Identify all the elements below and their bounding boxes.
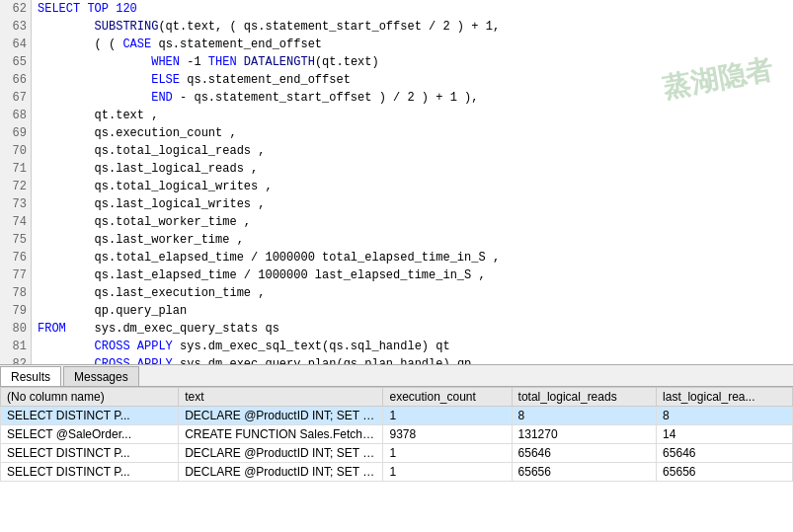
table-row[interactable]: SELECT DISTINCT P...DECLARE @ProductID I… <box>1 444 793 463</box>
code-line: qt.text , <box>38 107 787 124</box>
results-area: ResultsMessages (No column name)textexec… <box>0 365 793 532</box>
table-cell: 14 <box>657 425 793 444</box>
code-line: CROSS APPLY sys.dm_exec_sql_text(qs.sql_… <box>38 338 787 355</box>
table-cell: 65646 <box>657 444 793 463</box>
line-number: 68 <box>4 107 27 124</box>
code-line: FROM sys.dm_exec_query_stats qs <box>38 320 787 338</box>
table-cell: 131270 <box>512 425 657 444</box>
results-table-container[interactable]: (No column name)textexecution_counttotal… <box>0 387 793 532</box>
code-line: qs.total_logical_writes , <box>38 178 787 195</box>
line-number: 80 <box>4 320 27 338</box>
table-header: last_logical_rea... <box>657 388 793 407</box>
line-number: 76 <box>4 249 27 266</box>
line-number: 64 <box>4 36 27 53</box>
table-cell: SELECT @SaleOrder... <box>1 425 179 444</box>
code-line: END - qs.statement_start_offset ) / 2 ) … <box>38 89 787 107</box>
table-cell: 65646 <box>512 444 657 463</box>
table-cell: 1 <box>383 407 512 425</box>
table-cell: SELECT DISTINCT P... <box>1 463 179 482</box>
code-line: qs.last_worker_time , <box>38 231 787 249</box>
code-content[interactable]: SELECT TOP 120 SUBSTRING(qt.text, ( qs.s… <box>32 0 793 364</box>
line-number: 81 <box>4 338 27 355</box>
code-line: SELECT TOP 120 <box>38 0 787 18</box>
code-editor: 6263646566676869707172737475767778798081… <box>0 0 793 365</box>
line-number: 78 <box>4 284 27 302</box>
code-line: ( ( CASE qs.statement_end_offset <box>38 36 787 53</box>
table-cell: 65656 <box>512 463 657 482</box>
line-number: 65 <box>4 53 27 71</box>
tab-bar: ResultsMessages <box>0 365 793 387</box>
table-row[interactable]: SELECT @SaleOrder...CREATE FUNCTION Sale… <box>1 425 793 444</box>
table-cell: 1 <box>383 444 512 463</box>
line-number: 62 <box>4 0 27 18</box>
line-number: 70 <box>4 142 27 160</box>
code-line: qs.last_elapsed_time / 1000000 last_elap… <box>38 266 787 284</box>
code-line: qs.last_execution_time , <box>38 284 787 302</box>
table-cell: 8 <box>512 407 657 425</box>
table-cell: 65656 <box>657 463 793 482</box>
code-line: qs.total_logical_reads , <box>38 142 787 160</box>
table-cell: DECLARE @ProductID INT; SET @ProductID=8… <box>179 407 383 425</box>
line-number: 77 <box>4 266 27 284</box>
table-cell: 9378 <box>383 425 512 444</box>
line-number: 82 <box>4 355 27 365</box>
table-cell: SELECT DISTINCT P... <box>1 407 179 425</box>
code-line: qs.last_logical_reads , <box>38 160 787 178</box>
table-header: text <box>179 388 383 407</box>
code-line: qp.query_plan <box>38 302 787 320</box>
line-number: 74 <box>4 213 27 231</box>
table-cell: CREATE FUNCTION Sales.FetchProductOrderN… <box>179 425 383 444</box>
table-cell: DECLARE @ProductID INT; SET @ProductID=8… <box>179 444 383 463</box>
line-number: 75 <box>4 231 27 249</box>
code-line: qs.last_logical_writes , <box>38 195 787 213</box>
table-header: execution_count <box>383 388 512 407</box>
line-number: 79 <box>4 302 27 320</box>
code-line: WHEN -1 THEN DATALENGTH(qt.text) <box>38 53 787 71</box>
line-number: 72 <box>4 178 27 195</box>
code-line: CROSS APPLY sys.dm_exec_query_plan(qs.pl… <box>38 355 787 364</box>
code-line: qs.execution_count , <box>38 124 787 142</box>
table-cell: SELECT DISTINCT P... <box>1 444 179 463</box>
line-number: 69 <box>4 124 27 142</box>
tab-messages[interactable]: Messages <box>63 366 139 386</box>
line-numbers: 6263646566676869707172737475767778798081… <box>0 0 32 364</box>
line-number: 73 <box>4 195 27 213</box>
table-row[interactable]: SELECT DISTINCT P...DECLARE @ProductID I… <box>1 407 793 425</box>
table-cell: 8 <box>657 407 793 425</box>
table-row[interactable]: SELECT DISTINCT P...DECLARE @ProductID I… <box>1 463 793 482</box>
line-number: 67 <box>4 89 27 107</box>
table-cell: 1 <box>383 463 512 482</box>
table-header: total_logical_reads <box>512 388 657 407</box>
table-cell: DECLARE @ProductID INT; SET @ProductID=8… <box>179 463 383 482</box>
tab-results[interactable]: Results <box>0 366 61 386</box>
line-number: 71 <box>4 160 27 178</box>
code-line: ELSE qs.statement_end_offset <box>38 71 787 89</box>
results-table: (No column name)textexecution_counttotal… <box>0 387 793 482</box>
table-header: (No column name) <box>1 388 179 407</box>
line-number: 66 <box>4 71 27 89</box>
code-line: SUBSTRING(qt.text, ( qs.statement_start_… <box>38 18 787 36</box>
line-number: 63 <box>4 18 27 36</box>
code-line: qs.total_elapsed_time / 1000000 total_el… <box>38 249 787 266</box>
code-line: qs.total_worker_time , <box>38 213 787 231</box>
